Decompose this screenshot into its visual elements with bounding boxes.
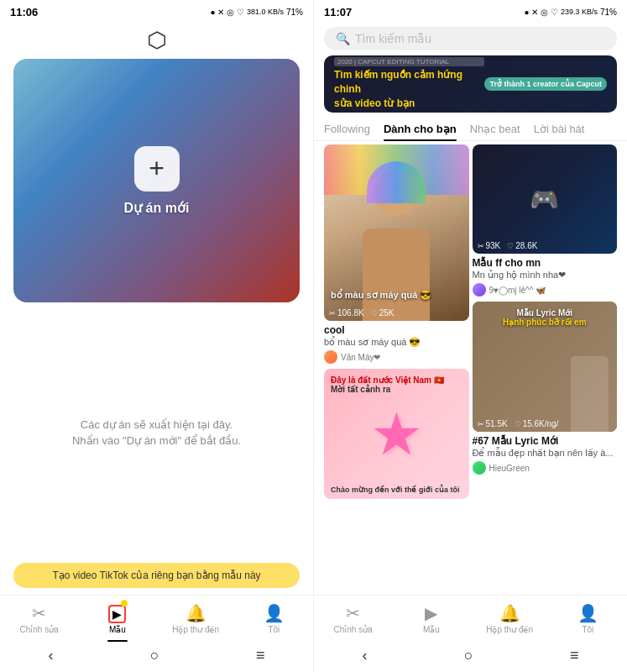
cuts-stat-4: ✂ 51.5K xyxy=(478,419,508,428)
profile-icon: 👤 xyxy=(264,603,285,623)
tab-for-you[interactable]: Dành cho bạn xyxy=(384,118,457,140)
video-thumb-3: ★ Đây là đất nước Việt Nam 🇻🇳 Mời tất cả… xyxy=(324,369,469,499)
heart-stat-icon-4: ♡ xyxy=(515,420,521,428)
author-avatar-1 xyxy=(324,350,337,364)
lyric-thumb: Mẫu Lyric Mới Hạnh phúc bỡ rồi em xyxy=(473,302,618,432)
cuts-count-2: 93K xyxy=(486,241,501,250)
scissors-stat-icon-2: ✂ xyxy=(478,242,484,250)
battery-right: 71% xyxy=(600,8,617,17)
likes-stat-2: ♡ 28.6K xyxy=(507,241,537,250)
tab-lyrics[interactable]: Lời bài hát xyxy=(534,118,585,140)
nav-item-edit[interactable]: ✂ Chỉnh sửa xyxy=(0,596,78,642)
nav-item-template-right[interactable]: ▶ Mẫu xyxy=(392,596,470,642)
col-left: bổ màu sơ máy quá 😎 ✂ 106.8K ♡ 25K cool xyxy=(324,144,469,595)
lyric-overlay: Mẫu Lyric Mới Hạnh phúc bỡ rồi em xyxy=(478,308,613,327)
author-avatar-2 xyxy=(473,283,486,297)
likes-count-2: 28.6K xyxy=(515,241,537,250)
card-author-2: 9♥◯mj lê^^ 🦋 xyxy=(473,283,618,297)
nav-item-me[interactable]: 👤 Tôi xyxy=(235,596,313,642)
search-icon: 🔍 xyxy=(336,32,350,45)
search-bar[interactable]: 🔍 Tìm kiếm mẫu xyxy=(324,27,617,50)
game-thumb: 🎮 xyxy=(473,144,618,254)
menu-button-left[interactable]: ≡ xyxy=(256,647,265,664)
video-card-2[interactable]: 🎮 ✂ 93K ♡ 28.6K Mẫu ff cho mn xyxy=(473,144,618,298)
video-stats-2: ✂ 93K ♡ 28.6K xyxy=(478,241,613,250)
bell-icon: 🔔 xyxy=(185,603,206,623)
nav-item-inbox-right[interactable]: 🔔 Hộp thư đến xyxy=(471,596,549,642)
left-panel: 11:06 ● ✕ ◎ ♡ 381.0 KB/s 71% + Dự án mới… xyxy=(0,0,313,672)
bell-icon-right: 🔔 xyxy=(499,603,520,623)
status-icons-right: ● ✕ ◎ ♡ 239.3 KB/s 71% xyxy=(525,8,617,17)
cuts-stat-2: ✂ 93K xyxy=(478,241,501,250)
card-desc-1: bổ màu sơ máy quá 😎 xyxy=(324,337,469,348)
home-button-right[interactable]: ○ xyxy=(464,647,473,664)
card-title-1: cool xyxy=(324,324,469,336)
video-card-3[interactable]: ★ Đây là đất nước Việt Nam 🇻🇳 Mời tất cả… xyxy=(324,369,469,499)
author-name-1: Văn Máy❤ xyxy=(341,353,380,362)
bottom-nav-left: ✂ Chỉnh sửa ▶ Mẫu 🔔 Hộp thư đến 👤 Tôi xyxy=(0,595,313,642)
author-avatar-4 xyxy=(473,461,486,475)
tab-music-beat[interactable]: Nhạc beat xyxy=(470,118,520,140)
nav-label-template: Mẫu xyxy=(109,625,126,634)
nav-item-me-right[interactable]: 👤 Tôi xyxy=(549,596,627,642)
banner-title: Tìm kiếm nguồn cảm hứng chinhsửa video t… xyxy=(334,68,484,110)
settings-icon[interactable] xyxy=(145,29,169,52)
scissors-icon-right: ✂ xyxy=(346,603,360,623)
menu-button-right[interactable]: ≡ xyxy=(570,647,579,664)
video-thumb-1: bổ màu sơ máy quá 😎 ✂ 106.8K ♡ 25K xyxy=(324,144,469,321)
back-button-left[interactable]: ‹ xyxy=(49,647,54,664)
new-project-plus-icon: + xyxy=(134,146,180,192)
back-button-right[interactable]: ‹ xyxy=(363,647,368,664)
likes-stat-1: ♡ 25K xyxy=(371,308,394,318)
nav-label-me-right: Tôi xyxy=(582,625,593,634)
home-button-left[interactable]: ○ xyxy=(150,647,159,664)
nav-item-template[interactable]: ▶ Mẫu xyxy=(78,596,156,642)
network-icons-right: ● ✕ ◎ ♡ xyxy=(525,8,558,17)
data-speed-right: 239.3 KB/s xyxy=(561,8,598,16)
video-stats-1: ✂ 106.8K ♡ 25K xyxy=(329,308,464,318)
notification-dot xyxy=(121,600,128,606)
banner-ad[interactable]: 2020 | CAPCUT EDITING TUTORIAL Tìm kiếm … xyxy=(324,55,617,113)
bottom-nav-right: ✂ Chỉnh sửa ▶ Mẫu 🔔 Hộp thư đến 👤 Tôi xyxy=(314,595,627,642)
network-icons-left: ● ✕ ◎ ♡ xyxy=(211,8,244,17)
card-desc-2: Mn ủng hộ mình nha❤ xyxy=(473,270,618,281)
empty-state: Các dự án sẽ xuất hiện tại đây. Nhấn vào… xyxy=(0,302,313,563)
scissors-stat-icon-4: ✂ xyxy=(478,420,484,428)
author-name-2: 9♥◯mj lê^^ 🦋 xyxy=(489,286,546,295)
nav-label-edit: Chỉnh sửa xyxy=(20,625,59,634)
tabs-row: Following Dành cho bạn Nhạc beat Lời bài… xyxy=(314,118,627,141)
nav-item-inbox[interactable]: 🔔 Hộp thư đến xyxy=(157,596,235,642)
banner-cta[interactable]: Trở thành 1 creator của Capcut xyxy=(484,77,607,91)
empty-line2: Nhấn vào "Dự án mới" để bắt đầu. xyxy=(72,433,241,449)
card-author-4: HieuGreen xyxy=(473,461,618,475)
nav-item-edit-right[interactable]: ✂ Chỉnh sửa xyxy=(314,596,392,642)
video-card-4[interactable]: Mẫu Lyric Mới Hạnh phúc bỡ rồi em ✂ 51.5… xyxy=(473,302,618,476)
video-card-1[interactable]: bổ màu sơ máy quá 😎 ✂ 106.8K ♡ 25K cool xyxy=(324,144,469,365)
template-icon-right: ▶ xyxy=(425,603,437,623)
tab-following[interactable]: Following xyxy=(324,118,370,140)
col-right: 🎮 ✂ 93K ♡ 28.6K Mẫu ff cho mn xyxy=(473,144,618,595)
system-nav-left: ‹ ○ ≡ xyxy=(0,642,313,672)
card-author-1: Văn Máy❤ xyxy=(324,350,469,364)
card-info-1: cool bổ màu sơ máy quá 😎 Văn Máy❤ xyxy=(324,321,469,365)
likes-count-1: 25K xyxy=(379,308,394,318)
nav-label-me: Tôi xyxy=(268,625,280,634)
scissors-icon: ✂ xyxy=(32,603,46,623)
status-bar-right: 11:07 ● ✕ ◎ ♡ 239.3 KB/s 71% xyxy=(314,0,627,24)
search-placeholder: Tìm kiếm mẫu xyxy=(355,32,431,45)
heart-stat-icon-2: ♡ xyxy=(507,242,514,250)
profile-icon-right: 👤 xyxy=(577,603,598,623)
nav-label-edit-right: Chỉnh sửa xyxy=(334,625,373,634)
card-info-2: Mẫu ff cho mn Mn ủng hộ mình nha❤ 9♥◯mj … xyxy=(473,254,618,298)
new-project-card[interactable]: + Dự án mới xyxy=(13,59,300,302)
video-thumb-4: Mẫu Lyric Mới Hạnh phúc bỡ rồi em ✂ 51.5… xyxy=(473,302,618,432)
cuts-count-4: 51.5K xyxy=(486,419,508,428)
empty-line1: Các dự án sẽ xuất hiện tại đây. xyxy=(81,417,233,433)
right-panel: 11:07 ● ✕ ◎ ♡ 239.3 KB/s 71% 🔍 Tìm kiếm … xyxy=(313,0,627,672)
heart-stat-icon-1: ♡ xyxy=(371,309,378,318)
new-project-label: Dự án mới xyxy=(124,200,190,216)
overlay-bottom-text-3: Chào mừng đến với thế giới của tôi xyxy=(331,486,462,494)
video-stats-4: ✂ 51.5K ♡ 15.6K/ng/ xyxy=(478,419,613,428)
scissors-stat-icon: ✂ xyxy=(329,309,336,318)
tooltip-bar[interactable]: Tạo video TikTok của riêng bạn bằng mẫu … xyxy=(13,563,300,588)
